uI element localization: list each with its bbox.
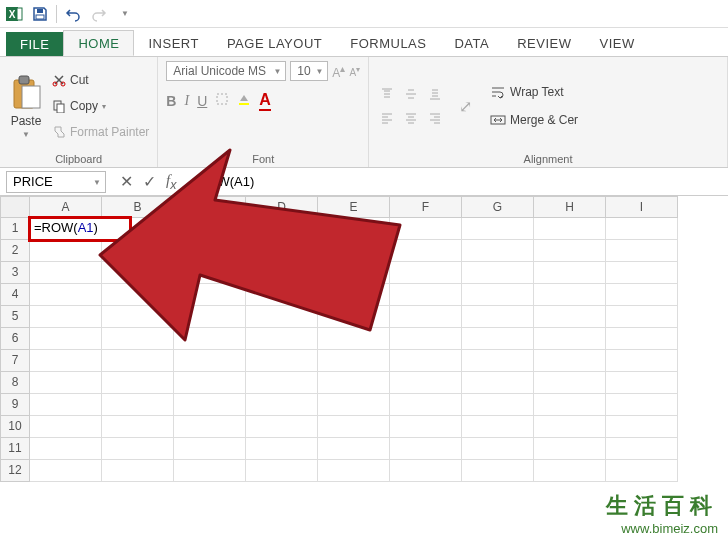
cell[interactable] bbox=[246, 438, 318, 460]
cell[interactable] bbox=[534, 394, 606, 416]
tab-file[interactable]: FILE bbox=[6, 32, 63, 56]
cell[interactable] bbox=[30, 438, 102, 460]
column-header[interactable]: B bbox=[102, 196, 174, 218]
column-header[interactable]: E bbox=[318, 196, 390, 218]
column-header[interactable]: F bbox=[390, 196, 462, 218]
cell[interactable] bbox=[30, 416, 102, 438]
cell[interactable] bbox=[30, 328, 102, 350]
cell[interactable] bbox=[534, 240, 606, 262]
row-header[interactable]: 11 bbox=[0, 438, 30, 460]
align-middle-icon[interactable] bbox=[401, 84, 421, 104]
cell[interactable] bbox=[174, 306, 246, 328]
cell[interactable] bbox=[174, 218, 246, 240]
cell[interactable] bbox=[534, 306, 606, 328]
cell[interactable] bbox=[534, 284, 606, 306]
cell[interactable] bbox=[318, 350, 390, 372]
cell[interactable] bbox=[606, 218, 678, 240]
cell[interactable] bbox=[462, 394, 534, 416]
cell[interactable] bbox=[102, 416, 174, 438]
increase-font-icon[interactable]: A▴ bbox=[332, 63, 345, 80]
cell[interactable] bbox=[462, 350, 534, 372]
tab-review[interactable]: REVIEW bbox=[503, 31, 585, 56]
cell[interactable] bbox=[462, 328, 534, 350]
cell[interactable] bbox=[102, 284, 174, 306]
cell[interactable] bbox=[390, 306, 462, 328]
cell[interactable] bbox=[462, 460, 534, 482]
bold-button[interactable]: B bbox=[166, 93, 176, 109]
cell[interactable] bbox=[534, 350, 606, 372]
cut-button[interactable]: Cut bbox=[52, 69, 149, 91]
cell[interactable] bbox=[30, 460, 102, 482]
cell[interactable] bbox=[606, 394, 678, 416]
cell[interactable] bbox=[534, 460, 606, 482]
cell[interactable] bbox=[318, 416, 390, 438]
font-size-selector[interactable]: 10 ▼ bbox=[290, 61, 328, 81]
cell[interactable] bbox=[462, 240, 534, 262]
cell[interactable] bbox=[246, 460, 318, 482]
cell[interactable] bbox=[606, 306, 678, 328]
tab-data[interactable]: DATA bbox=[440, 31, 503, 56]
insert-function-icon[interactable]: fx bbox=[166, 172, 176, 192]
cell[interactable] bbox=[30, 240, 102, 262]
cell[interactable] bbox=[606, 328, 678, 350]
underline-button[interactable]: U bbox=[197, 93, 207, 109]
cell[interactable] bbox=[318, 372, 390, 394]
cell[interactable] bbox=[246, 416, 318, 438]
cell[interactable] bbox=[390, 372, 462, 394]
wrap-text-button[interactable]: Wrap Text bbox=[490, 81, 578, 103]
cell[interactable] bbox=[606, 416, 678, 438]
row-header[interactable]: 1 bbox=[0, 218, 30, 240]
cell[interactable] bbox=[606, 372, 678, 394]
cancel-formula-icon[interactable]: ✕ bbox=[120, 172, 133, 191]
cell[interactable] bbox=[30, 394, 102, 416]
border-button[interactable] bbox=[215, 92, 229, 110]
cell[interactable] bbox=[174, 240, 246, 262]
row-header[interactable]: 10 bbox=[0, 416, 30, 438]
name-box[interactable]: PRICE ▼ bbox=[6, 171, 106, 193]
cell[interactable] bbox=[102, 438, 174, 460]
cell[interactable] bbox=[606, 284, 678, 306]
cell[interactable] bbox=[174, 460, 246, 482]
cell[interactable] bbox=[462, 284, 534, 306]
formula-input[interactable]: =ROW(A1) bbox=[184, 174, 728, 189]
align-top-icon[interactable] bbox=[377, 84, 397, 104]
cell[interactable] bbox=[390, 438, 462, 460]
cell[interactable] bbox=[534, 328, 606, 350]
font-name-selector[interactable]: Arial Unicode MS ▼ bbox=[166, 61, 286, 81]
cell[interactable] bbox=[318, 438, 390, 460]
cell[interactable] bbox=[246, 218, 318, 240]
row-header[interactable]: 7 bbox=[0, 350, 30, 372]
cell[interactable] bbox=[318, 306, 390, 328]
orientation-button[interactable]: ⤢ bbox=[459, 97, 472, 116]
cell[interactable] bbox=[534, 218, 606, 240]
cell[interactable] bbox=[390, 460, 462, 482]
undo-icon[interactable] bbox=[63, 4, 83, 24]
font-color-button[interactable]: A bbox=[259, 91, 271, 111]
cell[interactable] bbox=[246, 240, 318, 262]
cell[interactable] bbox=[606, 262, 678, 284]
row-header[interactable]: 12 bbox=[0, 460, 30, 482]
cell[interactable] bbox=[102, 240, 174, 262]
cell[interactable] bbox=[390, 350, 462, 372]
cell[interactable] bbox=[30, 350, 102, 372]
cell[interactable] bbox=[102, 328, 174, 350]
cell[interactable] bbox=[534, 372, 606, 394]
cell[interactable] bbox=[390, 262, 462, 284]
cell[interactable] bbox=[462, 438, 534, 460]
cell[interactable] bbox=[318, 394, 390, 416]
column-header[interactable]: C bbox=[174, 196, 246, 218]
cell[interactable] bbox=[390, 394, 462, 416]
row-header[interactable]: 6 bbox=[0, 328, 30, 350]
cell[interactable] bbox=[534, 416, 606, 438]
tab-home[interactable]: HOME bbox=[63, 30, 134, 56]
tab-formulas[interactable]: FORMULAS bbox=[336, 31, 440, 56]
cell[interactable] bbox=[246, 262, 318, 284]
cell[interactable] bbox=[174, 372, 246, 394]
cell[interactable] bbox=[102, 306, 174, 328]
cell[interactable] bbox=[102, 372, 174, 394]
align-right-icon[interactable] bbox=[425, 108, 445, 128]
row-header[interactable]: 9 bbox=[0, 394, 30, 416]
cell[interactable] bbox=[102, 394, 174, 416]
italic-button[interactable]: I bbox=[184, 93, 189, 109]
cell[interactable] bbox=[246, 284, 318, 306]
